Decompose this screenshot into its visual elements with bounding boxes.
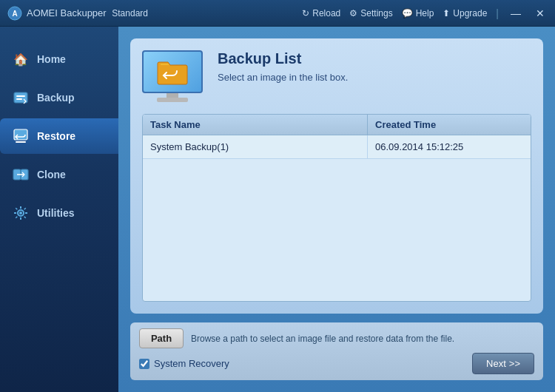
settings-button[interactable]: ⚙ Settings bbox=[349, 8, 392, 18]
path-button[interactable]: Path bbox=[139, 328, 184, 348]
clone-label: Clone bbox=[37, 169, 66, 180]
reload-button[interactable]: ↻ Reload bbox=[302, 8, 340, 18]
bottom-bar: Path Browse a path to select an image fi… bbox=[130, 322, 543, 380]
help-label: Help bbox=[416, 8, 434, 18]
sidebar: 🏠 Home Backup bbox=[0, 27, 118, 392]
recovery-label: System Recovery bbox=[154, 358, 229, 369]
path-row: Path Browse a path to select an image fi… bbox=[139, 328, 534, 348]
reload-icon: ↻ bbox=[302, 8, 309, 18]
cell-task-name: System Backup(1) bbox=[143, 135, 368, 158]
sep1: | bbox=[496, 7, 499, 19]
svg-rect-3 bbox=[16, 95, 25, 97]
sidebar-item-home[interactable]: 🏠 Home bbox=[0, 41, 115, 77]
next-icon: >> bbox=[509, 358, 520, 369]
svg-text:A: A bbox=[12, 10, 17, 18]
utilities-icon bbox=[12, 204, 30, 222]
recovery-row: System Recovery Next >> bbox=[139, 353, 534, 374]
monitor-icon bbox=[142, 50, 203, 93]
backup-table: Task Name Created Time System Backup(1) … bbox=[142, 114, 531, 302]
sidebar-item-clone[interactable]: Clone bbox=[0, 157, 115, 192]
panel-header: Backup List Select an image in the list … bbox=[142, 50, 531, 102]
settings-label: Settings bbox=[360, 8, 392, 18]
next-label: Next bbox=[486, 358, 506, 369]
home-icon: 🏠 bbox=[12, 50, 30, 68]
upgrade-button[interactable]: ⬆ Upgrade bbox=[443, 8, 487, 18]
col-task-header: Task Name bbox=[143, 115, 368, 135]
svg-point-10 bbox=[19, 212, 22, 214]
main-layout: 🏠 Home Backup bbox=[0, 27, 555, 392]
restore-icon bbox=[12, 127, 30, 145]
titlebar: A AOMEI Backupper Standard ↻ Reload ⚙ Se… bbox=[0, 0, 555, 27]
gear-icon: ⚙ bbox=[349, 8, 357, 18]
app-title: AOMEI Backupper Standard bbox=[27, 7, 302, 18]
help-icon: 💬 bbox=[402, 8, 413, 18]
content-area: Backup List Select an image in the list … bbox=[118, 27, 555, 392]
backup-icon bbox=[12, 89, 30, 107]
reload-label: Reload bbox=[312, 8, 340, 18]
home-label: Home bbox=[37, 53, 66, 65]
help-button[interactable]: 💬 Help bbox=[402, 8, 434, 18]
panel-title: Backup List bbox=[218, 50, 531, 67]
panel-subtitle: Select an image in the list box. bbox=[218, 72, 531, 83]
svg-rect-6 bbox=[16, 141, 26, 143]
backup-label: Backup bbox=[37, 92, 75, 104]
monitor-base bbox=[157, 98, 188, 102]
table-row[interactable]: System Backup(1) 06.09.2014 15:12:25 bbox=[143, 135, 531, 159]
sidebar-item-utilities[interactable]: Utilities bbox=[0, 195, 115, 231]
svg-rect-4 bbox=[16, 98, 22, 100]
sidebar-item-restore[interactable]: Restore bbox=[0, 118, 118, 154]
col-time-header: Created Time bbox=[368, 115, 531, 135]
folder-restore-icon bbox=[156, 58, 189, 86]
upgrade-label: Upgrade bbox=[453, 8, 487, 18]
cell-created-time: 06.09.2014 15:12:25 bbox=[368, 135, 531, 158]
system-recovery-check[interactable]: System Recovery bbox=[139, 358, 229, 369]
utilities-label: Utilities bbox=[37, 207, 75, 219]
system-recovery-checkbox[interactable] bbox=[139, 359, 149, 369]
next-button[interactable]: Next >> bbox=[472, 353, 534, 374]
minimize-button[interactable]: — bbox=[508, 7, 524, 19]
panel-title-area: Backup List Select an image in the list … bbox=[218, 50, 531, 83]
restore-label: Restore bbox=[37, 130, 75, 142]
path-description: Browse a path to select an image file an… bbox=[191, 334, 454, 344]
table-header: Task Name Created Time bbox=[143, 115, 531, 135]
sidebar-item-backup[interactable]: Backup bbox=[0, 80, 115, 115]
app-edition: Standard bbox=[112, 8, 148, 18]
upgrade-icon: ⬆ bbox=[443, 8, 450, 18]
titlebar-actions: ↻ Reload ⚙ Settings 💬 Help ⬆ Upgrade | —… bbox=[302, 7, 548, 19]
main-panel: Backup List Select an image in the list … bbox=[130, 38, 543, 314]
app-logo: A bbox=[7, 6, 22, 21]
close-button[interactable]: ✕ bbox=[533, 7, 548, 19]
app-name: AOMEI Backupper bbox=[27, 7, 107, 18]
clone-icon bbox=[12, 166, 30, 183]
